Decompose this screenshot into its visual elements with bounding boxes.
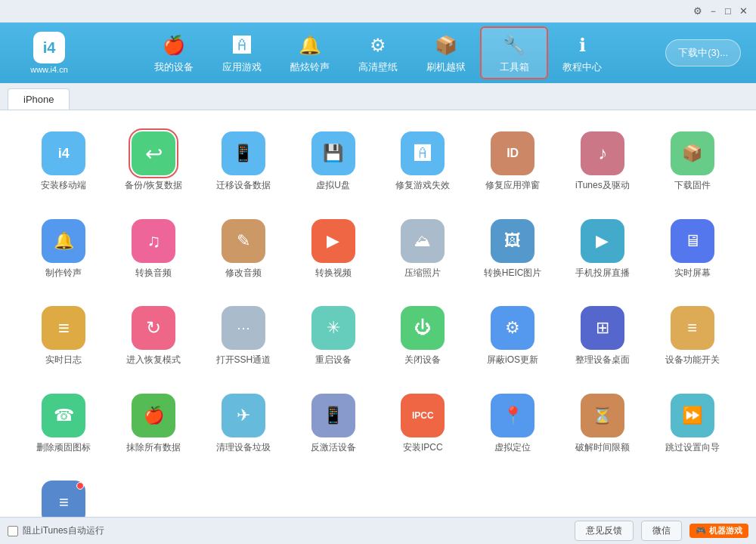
modify-audio-icon: ✎: [222, 219, 265, 263]
tool-convert-video[interactable]: ▶ 转换视频: [292, 213, 374, 286]
tool-virtual-location[interactable]: 📍 虚拟定位: [472, 388, 554, 460]
nav-items: 🍎 我的设备 🅰 应用游戏 🔔 酷炫铃声 ⚙ 高清壁纸 📦 刷机越狱 🔧 工具箱…: [91, 26, 665, 79]
device-toggle-label: 设备功能开关: [665, 354, 720, 366]
nav-item-ringtone[interactable]: 🔔 酷炫铃声: [276, 26, 344, 79]
toolbox-label: 工具箱: [500, 60, 529, 74]
block-ios-update-label: 屏蔽iOS更新: [487, 354, 538, 366]
settings-icon[interactable]: ⚙: [691, 5, 705, 18]
ringtone-label: 酷炫铃声: [290, 60, 330, 74]
tool-recovery-mode[interactable]: ↻ 进入恢复模式: [113, 300, 195, 372]
nav-item-my-device[interactable]: 🍎 我的设备: [140, 26, 208, 79]
wechat-button[interactable]: 微信: [641, 521, 682, 541]
itunes-label: 阻止iTunes自动运行: [23, 524, 104, 537]
tool-block-ios-update[interactable]: ⚙ 屏蔽iOS更新: [472, 300, 554, 372]
compress-photo-icon: ⛰: [401, 219, 445, 263]
convert-audio-icon: ♫: [132, 219, 175, 263]
tool-modify-audio[interactable]: ✎ 修改音频: [203, 213, 285, 286]
virtual-udisk-label: 虚拟U盘: [316, 180, 350, 192]
tool-make-ringtone[interactable]: 🔔 制作铃声: [23, 213, 105, 286]
realtime-screen-icon: 🖥: [671, 219, 714, 263]
tool-deactivate[interactable]: 📱 反激活设备: [292, 388, 374, 460]
maximize-icon[interactable]: □: [721, 5, 735, 18]
install-mobile-icon: i4: [42, 131, 85, 175]
install-ipcc-icon: IPCC: [401, 394, 445, 437]
tool-device-toggle[interactable]: ≡ 设备功能开关: [651, 300, 733, 372]
tool-itunes-driver[interactable]: ♪ iTunes及驱动: [562, 125, 644, 198]
tool-download-firmware[interactable]: 📦 下载固件: [651, 125, 733, 198]
tool-compress-photo[interactable]: ⛰ 压缩照片: [382, 213, 464, 286]
tool-open-ssh[interactable]: ⋯ 打开SSH通道: [203, 300, 285, 372]
fix-popup-icon: ID: [491, 131, 534, 175]
jailbreak-icon: 📦: [432, 32, 460, 59]
wallpaper-icon: ⚙: [364, 32, 392, 59]
close-icon[interactable]: ✕: [736, 5, 750, 18]
download-button[interactable]: 下载中(3)...: [665, 39, 741, 66]
tool-break-time-limit[interactable]: ⏳ 破解时间限额: [562, 388, 644, 460]
organize-desktop-label: 整理设备桌面: [575, 354, 630, 366]
itunes-block-toggle[interactable]: 阻止iTunes自动运行: [8, 524, 104, 537]
main-content: i4 安装移动端 ↩ 备份/恢复数据 📱 迁移设备数据 💾 虚拟U盘 🅰 修复游…: [0, 110, 756, 517]
tutorial-icon: ℹ: [569, 32, 596, 59]
feedback-button[interactable]: 意见反馈: [575, 521, 634, 541]
ringtone-icon: 🔔: [296, 32, 324, 59]
tool-convert-heic[interactable]: 🖼 转换HEIC图片: [472, 213, 554, 286]
nav-item-wallpaper[interactable]: ⚙ 高清壁纸: [344, 26, 412, 79]
brand-icon: 🎮: [696, 526, 706, 536]
tool-skip-setup[interactable]: ⏩ 跳过设置向导: [651, 388, 733, 460]
itunes-checkbox[interactable]: [8, 526, 18, 536]
backup-restore-label: 备份/恢复数据: [125, 180, 181, 192]
tool-backup-restore[interactable]: ↩ 备份/恢复数据: [113, 125, 195, 198]
convert-video-label: 转换视频: [315, 267, 352, 280]
backup-guide-icon: ≡: [42, 481, 85, 517]
tool-convert-audio[interactable]: ♫ 转换音频: [113, 213, 195, 286]
install-mobile-label: 安装移动端: [41, 180, 86, 192]
break-time-limit-icon: ⏳: [581, 394, 624, 437]
wallpaper-label: 高清壁纸: [358, 60, 398, 74]
tool-shutdown-device[interactable]: ⏻ 关闭设备: [382, 300, 464, 372]
tool-clean-junk[interactable]: ✈ 清理设备垃圾: [203, 388, 285, 460]
nav-item-toolbox[interactable]: 🔧 工具箱: [480, 26, 548, 79]
download-firmware-icon: 📦: [671, 131, 714, 175]
tool-delete-icon[interactable]: ☎ 删除顽固图标: [23, 388, 105, 460]
iphone-tab[interactable]: iPhone: [8, 88, 70, 110]
tool-install-mobile[interactable]: i4 安装移动端: [23, 125, 105, 198]
tool-backup-guide[interactable]: ≡ 备份引导区数据: [23, 474, 105, 517]
nav-item-jailbreak[interactable]: 📦 刷机越狱: [412, 26, 480, 79]
convert-video-icon: ▶: [311, 219, 355, 263]
title-bar: ⚙ － □ ✕: [0, 0, 756, 23]
install-ipcc-label: 安装IPCC: [403, 442, 443, 454]
tutorial-label: 教程中心: [562, 60, 602, 74]
erase-data-icon: 🍎: [132, 394, 175, 437]
make-ringtone-label: 制作铃声: [45, 267, 82, 280]
realtime-screen-label: 实时屏幕: [674, 267, 711, 280]
phone-mirror-label: 手机投屏直播: [575, 267, 630, 280]
app-game-label: 应用游戏: [222, 60, 262, 74]
restart-device-label: 重启设备: [315, 354, 352, 366]
tool-organize-desktop[interactable]: ⊞ 整理设备桌面: [562, 300, 644, 372]
tool-virtual-udisk[interactable]: 💾 虚拟U盘: [292, 125, 374, 198]
migrate-data-label: 迁移设备数据: [216, 180, 271, 192]
tool-erase-data[interactable]: 🍎 抹除所有数据: [113, 388, 195, 460]
tool-realtime-screen[interactable]: 🖥 实时屏幕: [651, 213, 733, 286]
tool-fix-game[interactable]: 🅰 修复游戏失效: [382, 125, 464, 198]
tool-fix-popup[interactable]: ID 修复应用弹窗: [472, 125, 554, 198]
virtual-location-icon: 📍: [491, 394, 534, 437]
open-ssh-icon: ⋯: [222, 306, 265, 350]
tool-phone-mirror[interactable]: ▶ 手机投屏直播: [562, 213, 644, 286]
tool-restart-device[interactable]: ✳ 重启设备: [292, 300, 374, 372]
nav-item-tutorial[interactable]: ℹ 教程中心: [548, 26, 616, 79]
device-toggle-icon: ≡: [671, 306, 714, 350]
fix-popup-label: 修复应用弹窗: [485, 180, 540, 192]
migrate-data-icon: 📱: [222, 131, 265, 175]
title-bar-controls: ⚙ － □ ✕: [691, 5, 750, 18]
badge-dot: [76, 482, 84, 490]
nav-item-app-game[interactable]: 🅰 应用游戏: [208, 26, 276, 79]
tool-migrate-data[interactable]: 📱 迁移设备数据: [203, 125, 285, 198]
block-ios-update-icon: ⚙: [491, 306, 534, 350]
tool-realtime-log[interactable]: ≡ 实时日志: [23, 300, 105, 372]
delete-icon-label: 删除顽固图标: [36, 442, 91, 454]
minimize-icon[interactable]: －: [706, 5, 720, 18]
recovery-mode-icon: ↻: [132, 306, 175, 350]
erase-data-label: 抹除所有数据: [126, 442, 181, 454]
tool-install-ipcc[interactable]: IPCC 安装IPCC: [382, 388, 464, 460]
